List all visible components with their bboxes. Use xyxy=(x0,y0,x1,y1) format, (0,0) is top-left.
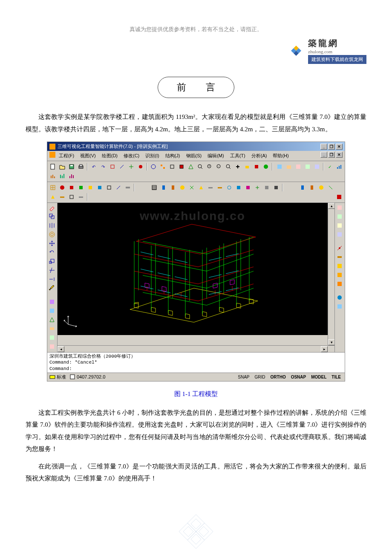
tool-button[interactable] xyxy=(335,193,343,201)
tool-button[interactable] xyxy=(127,162,135,171)
tool-button[interactable] xyxy=(168,162,176,171)
tool-button[interactable] xyxy=(225,183,233,192)
tool-button[interactable] xyxy=(77,183,85,192)
tool-button[interactable] xyxy=(178,183,187,192)
doc-maximize-button[interactable]: ❐ xyxy=(328,152,335,158)
check-button[interactable]: ✓ xyxy=(326,162,334,171)
menu-modify[interactable]: 修改(C) xyxy=(121,152,142,160)
vertical-scrollbar[interactable]: ▴ ▾ xyxy=(328,203,334,345)
menu-analyze[interactable]: 分析(A) xyxy=(249,152,270,160)
mode-model[interactable]: MODEL xyxy=(309,374,328,380)
tool-button[interactable] xyxy=(262,162,270,171)
tool-button[interactable] xyxy=(187,183,196,192)
tool-button[interactable] xyxy=(252,162,261,171)
tool-button[interactable] xyxy=(124,183,132,192)
scroll-left-button[interactable]: ◂ xyxy=(58,346,64,352)
command-line[interactable]: 深圳市建筑工程综合价格（2000年修订） Command: *Cancel* C… xyxy=(47,352,345,373)
zoom-out-button[interactable]: - xyxy=(215,162,223,171)
tool-button[interactable] xyxy=(95,183,104,192)
tool-button[interactable] xyxy=(48,316,57,324)
chart-button[interactable] xyxy=(67,172,76,180)
doc-close-button[interactable]: ✕ xyxy=(336,152,343,158)
tool-button[interactable] xyxy=(114,183,123,192)
tool-button[interactable] xyxy=(169,183,177,192)
tool-button[interactable] xyxy=(58,193,66,201)
tool-button[interactable] xyxy=(308,183,316,192)
tool-button[interactable] xyxy=(317,183,326,192)
mode-snap[interactable]: SNAP xyxy=(236,374,251,380)
tool-button[interactable] xyxy=(105,183,113,192)
menu-view[interactable]: 视图(V) xyxy=(78,152,98,160)
tool-button[interactable] xyxy=(159,183,168,192)
tool-button[interactable] xyxy=(77,193,85,201)
tool-button[interactable] xyxy=(177,162,186,171)
trim-button[interactable] xyxy=(48,266,57,275)
close-button[interactable]: ✕ xyxy=(336,144,343,150)
tool-button[interactable] xyxy=(336,244,344,253)
menu-help[interactable]: 帮助(H) xyxy=(270,152,291,160)
pan-button[interactable] xyxy=(233,162,242,171)
tool-button[interactable] xyxy=(49,193,57,201)
tool-button[interactable] xyxy=(262,183,271,192)
tool-button[interactable] xyxy=(326,183,335,192)
tool-button[interactable] xyxy=(303,162,312,171)
tool-button[interactable] xyxy=(336,213,344,221)
tool-button[interactable] xyxy=(48,307,57,315)
tool-button[interactable] xyxy=(86,183,95,192)
zoom-button[interactable] xyxy=(196,162,205,171)
tool-button[interactable] xyxy=(253,183,262,192)
tool-button[interactable] xyxy=(313,162,321,171)
tool-button[interactable] xyxy=(336,222,344,230)
tool-button[interactable] xyxy=(136,162,145,171)
mode-grid[interactable]: GRID xyxy=(253,374,267,380)
tool-button[interactable] xyxy=(294,162,303,171)
tool-button[interactable] xyxy=(336,231,344,239)
tool-button[interactable] xyxy=(187,162,195,171)
chart-button[interactable] xyxy=(58,172,66,180)
mode-osnap[interactable]: OSNAP xyxy=(289,374,308,380)
tool-button[interactable] xyxy=(234,183,243,192)
mirror-button[interactable] xyxy=(48,222,57,230)
tool-button[interactable] xyxy=(48,325,57,333)
tool-button[interactable] xyxy=(336,253,344,262)
extend-button[interactable] xyxy=(48,275,57,284)
tool-button[interactable] xyxy=(48,343,57,351)
tool-button[interactable] xyxy=(216,183,224,192)
scroll-down-button[interactable]: ▾ xyxy=(328,339,335,345)
move-button[interactable] xyxy=(48,240,57,248)
copy-button[interactable] xyxy=(48,213,57,221)
chart-button[interactable] xyxy=(49,172,57,180)
tool-button[interactable] xyxy=(336,262,344,271)
tool-button[interactable] xyxy=(243,162,251,171)
maximize-button[interactable]: ❐ xyxy=(328,144,335,150)
tool-button[interactable] xyxy=(336,294,344,302)
menu-draw[interactable]: 绘图(D) xyxy=(99,152,120,160)
undo-button[interactable]: ↶ xyxy=(89,162,98,171)
redo-button[interactable]: ↷ xyxy=(99,162,107,171)
tool-button[interactable] xyxy=(108,162,117,171)
mode-ortho[interactable]: ORTHO xyxy=(269,374,288,380)
tool-button[interactable] xyxy=(244,183,252,192)
offset-button[interactable] xyxy=(48,231,57,239)
open-button[interactable] xyxy=(58,162,66,171)
mode-tile[interactable]: TILE xyxy=(330,374,343,380)
tool-button[interactable] xyxy=(272,183,280,192)
tool-button[interactable] xyxy=(206,183,215,192)
menu-edit[interactable]: 编辑(M) xyxy=(205,152,227,160)
tool-button[interactable] xyxy=(118,162,126,171)
print-button[interactable] xyxy=(77,162,85,171)
tool-button[interactable] xyxy=(67,193,76,201)
tool-button[interactable] xyxy=(58,183,66,192)
new-button[interactable] xyxy=(49,162,57,171)
tool-button[interactable] xyxy=(336,280,344,289)
tool-button[interactable] xyxy=(298,183,307,192)
save-button[interactable] xyxy=(67,162,76,171)
menu-rebar[interactable]: 钢筋(S) xyxy=(184,152,205,160)
tool-button[interactable] xyxy=(336,303,344,311)
tool-button[interactable] xyxy=(150,183,159,192)
zoom-extents-button[interactable] xyxy=(224,162,233,171)
scale-button[interactable] xyxy=(48,257,57,266)
tool-button[interactable] xyxy=(49,183,57,192)
scroll-right-button[interactable]: ▸ xyxy=(321,346,328,352)
menu-file[interactable]: 工程(F) xyxy=(56,152,77,160)
